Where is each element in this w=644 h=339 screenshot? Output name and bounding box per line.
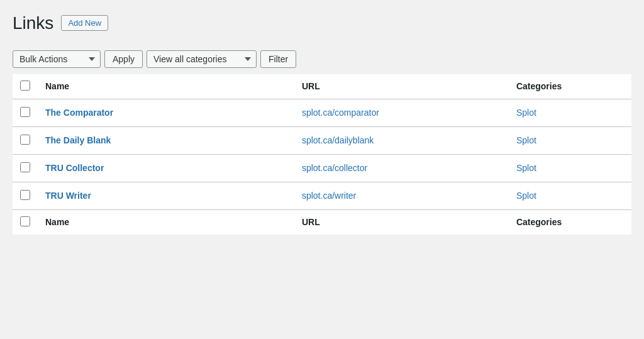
links-table: Name URL Categories The Comparator splot… [13, 74, 631, 235]
row-url-1: splot.ca/dailyblank [294, 126, 509, 154]
apply-button[interactable]: Apply [104, 50, 143, 68]
footer-checkbox-cell [13, 209, 38, 235]
row-url-link-0[interactable]: splot.ca/comparator [302, 108, 379, 118]
footer-categories: Categories [509, 209, 631, 235]
row-url-3: splot.ca/writer [294, 182, 509, 209]
footer-select-all-checkbox[interactable] [20, 216, 30, 226]
row-checkbox-3[interactable] [20, 190, 30, 200]
row-name-2: TRU Collector [38, 154, 294, 182]
footer-url: URL [294, 209, 509, 235]
header-name: Name [38, 74, 294, 99]
table-header-row: Name URL Categories [13, 74, 631, 99]
row-checkbox-1[interactable] [20, 135, 30, 145]
table-row: The Daily Blank splot.ca/dailyblank Splo… [13, 126, 631, 154]
header-url: URL [294, 74, 509, 99]
row-url-link-1[interactable]: splot.ca/dailyblank [302, 135, 374, 145]
row-name-1: The Daily Blank [38, 126, 294, 154]
row-checkbox-0[interactable] [20, 107, 30, 117]
table-row: TRU Collector splot.ca/collector Splot [13, 154, 631, 182]
row-name-link-1[interactable]: The Daily Blank [45, 135, 111, 145]
row-name-link-0[interactable]: The Comparator [45, 108, 113, 118]
row-category-link-2[interactable]: Splot [516, 163, 536, 173]
row-name-3: TRU Writer [38, 182, 294, 209]
row-category-0: Splot [509, 99, 631, 126]
row-category-1: Splot [509, 126, 631, 154]
add-new-button[interactable]: Add New [61, 15, 108, 31]
row-checkbox-cell-0 [13, 99, 38, 126]
row-url-link-2[interactable]: splot.ca/collector [302, 163, 367, 173]
row-url-link-3[interactable]: splot.ca/writer [302, 191, 356, 201]
table-footer-row: Name URL Categories [13, 209, 631, 235]
row-name-0: The Comparator [38, 99, 294, 126]
page-title: Links [13, 13, 53, 34]
row-checkbox-2[interactable] [20, 162, 30, 172]
row-name-link-2[interactable]: TRU Collector [45, 163, 104, 173]
toolbar: Bulk Actions Delete Apply View all categ… [13, 45, 631, 74]
row-url-0: splot.ca/comparator [294, 99, 509, 126]
row-category-2: Splot [509, 154, 631, 182]
row-url-2: splot.ca/collector [294, 154, 509, 182]
footer-name: Name [38, 209, 294, 235]
select-all-checkbox[interactable] [20, 81, 30, 91]
row-name-link-3[interactable]: TRU Writer [45, 191, 91, 201]
header-categories: Categories [509, 74, 631, 99]
bulk-actions-select[interactable]: Bulk Actions Delete [13, 50, 101, 68]
row-category-link-1[interactable]: Splot [516, 135, 536, 145]
row-category-link-0[interactable]: Splot [516, 108, 536, 118]
row-category-3: Splot [509, 182, 631, 209]
page-wrap: Links Add New Bulk Actions Delete Apply … [0, 0, 644, 339]
row-category-link-3[interactable]: Splot [516, 191, 536, 201]
row-checkbox-cell-1 [13, 126, 38, 154]
categories-select[interactable]: View all categories Splot [147, 50, 257, 68]
table-row: The Comparator splot.ca/comparator Splot [13, 99, 631, 126]
row-checkbox-cell-3 [13, 182, 38, 209]
table-row: TRU Writer splot.ca/writer Splot [13, 182, 631, 209]
filter-button[interactable]: Filter [260, 50, 296, 68]
header-checkbox-cell [13, 74, 38, 99]
row-checkbox-cell-2 [13, 154, 38, 182]
page-header: Links Add New [13, 13, 631, 34]
